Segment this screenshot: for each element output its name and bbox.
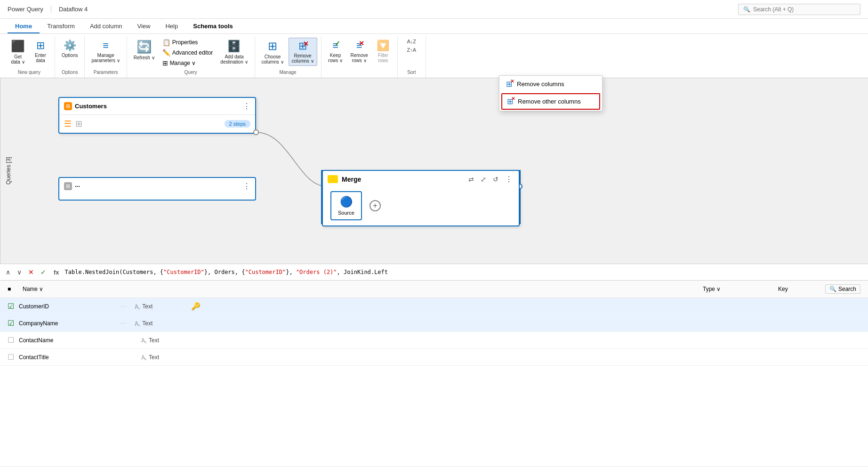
formula-cancel-btn[interactable]: ✕: [26, 267, 36, 277]
source-node-icon: 🔵: [340, 196, 353, 208]
tab-add-column[interactable]: Add column: [82, 19, 130, 33]
schema-panel: ■ Name ∨ Type ∨ Key 🔍 Search ☑ CustomerI…: [0, 281, 868, 466]
schema-search-icon: 🔍: [829, 286, 836, 292]
type-icon-1: 𝙰꜀: [135, 303, 140, 310]
tab-home[interactable]: Home: [8, 19, 40, 33]
column-name-header[interactable]: Name ∨: [23, 286, 703, 292]
formula-down-btn[interactable]: ∨: [15, 267, 24, 277]
remove-columns-button[interactable]: ⊞ ✕ Removecolumns ∨: [289, 38, 317, 66]
keep-rows-label: Keeprows ∨: [328, 53, 343, 63]
second-query-card: ⊞ ··· ⋮: [58, 177, 256, 201]
group-reduce-rows-label: [325, 73, 394, 76]
type-label-1: Text: [142, 303, 153, 310]
get-data-button[interactable]: ⬛ Getdata ∨: [8, 38, 28, 66]
keep-rows-button[interactable]: ≡ ✓ Keeprows ∨: [325, 38, 346, 65]
col-key-1: 🔑: [191, 302, 229, 311]
refresh-icon: 🔄: [137, 40, 152, 54]
table-row[interactable]: ☑ CustomerID ··· 𝙰꜀ Text 🔑: [0, 298, 868, 315]
group-manage-cols-label: Manage: [259, 68, 317, 76]
row-checkbox-4[interactable]: ☐: [8, 353, 14, 362]
source-node[interactable]: 🔵 Source: [330, 191, 362, 220]
schema-search-box[interactable]: 🔍 Search: [825, 284, 860, 294]
formula-up-btn[interactable]: ∧: [4, 267, 12, 277]
properties-button[interactable]: 📋 Properties: [160, 38, 216, 47]
filter-rows-label: Filterrows: [378, 53, 388, 63]
col-dots-1[interactable]: ···: [121, 304, 127, 309]
group-new-query: ⬛ Getdata ∨ ⊞ Enterdata New query: [4, 36, 55, 78]
connection-dot-1: [253, 129, 259, 135]
search-input[interactable]: [753, 6, 847, 13]
merge-icon: ⚡: [328, 175, 338, 183]
options-button[interactable]: ⚙️ Options: [59, 38, 80, 60]
formula-accept-btn[interactable]: ✓: [39, 267, 48, 277]
remove-columns-menu-icon: ⊞ ✕: [506, 80, 512, 89]
col-dots-2[interactable]: ···: [121, 321, 127, 326]
type-label-2: Text: [142, 320, 153, 327]
manage-button[interactable]: ⊞ Manage ∨: [160, 58, 216, 68]
formula-content: Table.NestedJoin(Customers, {"CustomerID…: [65, 269, 388, 275]
sort-za-button[interactable]: Z↑A: [404, 46, 419, 54]
merge-expand-icon[interactable]: ⤢: [481, 176, 486, 183]
second-query-icon: ⊞: [64, 182, 72, 190]
customers-card-menu[interactable]: ⋮: [243, 102, 250, 111]
advanced-editor-button[interactable]: ✏️ Advanced editor: [160, 48, 216, 57]
manage-label: Manage ∨: [170, 60, 196, 66]
add-data-dest-button[interactable]: 🗄️ Add datadestination ∨: [217, 38, 250, 66]
remove-rows-label: Removerows ∨: [351, 53, 368, 63]
row-checkbox-2[interactable]: ☑: [8, 319, 14, 328]
options-icon: ⚙️: [64, 40, 76, 52]
tab-view[interactable]: View: [130, 19, 158, 33]
properties-label: Properties: [172, 39, 198, 46]
col-type-1: 𝙰꜀ Text: [135, 303, 191, 310]
tab-schema-tools[interactable]: Schema tools: [185, 19, 241, 33]
row-checkbox-1[interactable]: ☑: [8, 302, 14, 311]
refresh-button[interactable]: 🔄 Refresh ∨: [131, 38, 158, 62]
remove-rows-icon: ≡ ✕: [356, 40, 362, 52]
customers-table-icon: ⊞: [64, 102, 72, 110]
filter-rows-icon: 🔽: [377, 40, 389, 52]
ribbon-body: ⬛ Getdata ∨ ⊞ Enterdata New query ⚙️ Opt…: [0, 34, 868, 78]
add-step-button[interactable]: +: [370, 200, 381, 211]
group-query-label: Query: [131, 68, 251, 76]
second-query-header: ⊞ ··· ⋮: [59, 178, 255, 194]
tab-transform[interactable]: Transform: [40, 19, 82, 33]
search-icon: 🔍: [743, 6, 750, 13]
group-options-label: Options: [59, 68, 80, 76]
remove-rows-button[interactable]: ≡ ✕ Removerows ∨: [348, 38, 371, 65]
merge-card: ⚡ Merge ⇄ ⤢ ↺ ⋮ 🔵 Source +: [322, 170, 520, 226]
merge-share-icon[interactable]: ⇄: [468, 176, 474, 183]
type-icon-3: 𝙰꜀: [141, 337, 147, 344]
remove-columns-menu-item[interactable]: ⊞ ✕ Remove columns: [499, 76, 602, 92]
merge-card-header: ⚡ Merge ⇄ ⤢ ↺ ⋮: [323, 171, 519, 187]
canvas-area: ⊞ Customers ⋮ ☰ ⊞ 2 steps ⊞ ··· ⋮: [16, 78, 868, 264]
schema-header: ■ Name ∨ Type ∨ Key 🔍 Search: [0, 281, 868, 298]
table-row[interactable]: ☐ ContactName 𝙰꜀ Text: [0, 332, 868, 349]
queries-sidebar[interactable]: Queries [3]: [0, 78, 16, 264]
column-type-header[interactable]: Type ∨: [703, 286, 778, 292]
sort-az-button[interactable]: A↓Z: [404, 38, 419, 45]
col-name-3: ContactName: [19, 337, 113, 344]
second-query-menu[interactable]: ⋮: [243, 182, 250, 191]
column-key-header[interactable]: Key: [778, 286, 825, 292]
table-row[interactable]: ☐ ContactTitle 𝙰꜀ Text: [0, 349, 868, 366]
merge-menu[interactable]: ⋮: [505, 175, 513, 184]
customers-card-body: ☰ ⊞ 2 steps: [59, 115, 255, 133]
remove-other-columns-item[interactable]: ⊞ ✕ Remove other columns: [501, 93, 600, 110]
manage-parameters-button[interactable]: ≡ Manageparameters ∨: [88, 38, 122, 65]
global-search[interactable]: 🔍: [738, 4, 860, 15]
group-parameters: ≡ Manageparameters ∨ Parameters: [85, 36, 127, 78]
enter-data-button[interactable]: ⊞ Enterdata: [30, 38, 51, 65]
remove-columns-dropdown: ⊞ ✕ Remove columns ⊞ ✕ Remove other colu…: [499, 75, 603, 111]
tab-help[interactable]: Help: [158, 19, 185, 33]
title-bar: Power Query Dataflow 4 🔍: [0, 0, 868, 19]
merge-refresh-icon[interactable]: ↺: [493, 176, 498, 183]
customers-grid-icon: ⊞: [75, 119, 82, 129]
doc-name: Dataflow 4: [59, 6, 88, 13]
sort-za-icon: Z↑A: [407, 47, 417, 53]
table-row[interactable]: ☑ CompanyName ··· 𝙰꜀ Text: [0, 315, 868, 332]
customers-list-icon: ☰: [64, 119, 72, 129]
choose-columns-button[interactable]: ⊞ Choosecolumns ∨: [259, 38, 287, 66]
filter-rows-button[interactable]: 🔽 Filterrows: [373, 38, 394, 65]
group-parameters-label: Parameters: [88, 68, 122, 76]
row-checkbox-3[interactable]: ☐: [8, 336, 14, 345]
